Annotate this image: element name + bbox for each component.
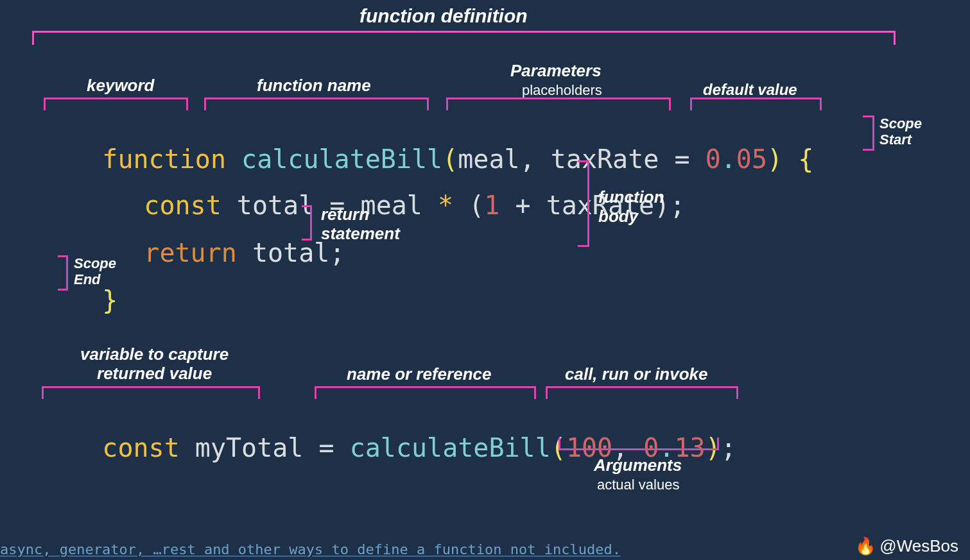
tok-rbrace: } <box>102 285 117 315</box>
bracket-parameters <box>446 98 671 110</box>
label-return-statement: return statement <box>321 205 400 244</box>
credit: 🔥 @WesBos <box>855 536 958 556</box>
tok-dot: . <box>721 144 736 174</box>
label-call-run-invoke: call, run or invoke <box>565 364 708 384</box>
label-function-body: function body <box>598 188 664 226</box>
tok-semi-2: ; <box>721 433 736 462</box>
bracket-variable-capture <box>42 386 260 399</box>
label-variable-capture: variable to capture returned value <box>80 345 229 384</box>
tok-mytotal: myTotal <box>195 433 304 462</box>
label-function-definition: function definition <box>359 5 528 27</box>
footer-note: async, generator, …rest and other ways t… <box>0 541 621 557</box>
bracket-default-value <box>690 98 822 110</box>
bracket-scope-start <box>863 115 874 151</box>
tok-lbrace: { <box>798 144 813 174</box>
tok-const-keyword-2: const <box>102 433 179 462</box>
label-default-value: default value <box>703 81 797 99</box>
tok-total-return: total <box>252 238 329 267</box>
tok-rparen: ) <box>767 144 783 174</box>
bracket-function-name <box>204 98 429 110</box>
credit-handle: @WesBos <box>879 536 958 556</box>
label-keyword: keyword <box>87 76 155 96</box>
label-arguments: Arguments <box>594 455 682 475</box>
bracket-arguments <box>559 437 719 450</box>
bracket-keyword <box>44 98 188 110</box>
bracket-function-definition <box>32 31 896 45</box>
slide: function definition keyword function nam… <box>0 0 970 560</box>
tok-num-05: 05 <box>736 144 767 174</box>
label-parameters: Parameters <box>510 61 602 81</box>
label-scope-start: Scope Start <box>879 115 922 148</box>
bracket-function-body <box>578 160 589 247</box>
tok-lparen: ( <box>469 191 484 220</box>
tok-num-0: 0 <box>706 144 721 174</box>
bracket-call-run-invoke <box>546 386 738 399</box>
fire-icon: 🔥 <box>855 536 876 556</box>
tok-plus: + <box>515 191 530 220</box>
bracket-return-statement <box>302 205 312 241</box>
label-parameters-sub: placeholders <box>522 82 602 99</box>
tok-semi: ; <box>670 191 685 220</box>
tok-star: * <box>438 191 453 220</box>
tok-return-keyword: return <box>144 238 237 267</box>
bracket-scope-end <box>58 255 68 291</box>
tok-one: 1 <box>484 191 499 220</box>
label-name-or-reference: name or reference <box>347 364 491 384</box>
tok-eq-2: = <box>319 433 334 462</box>
label-scope-end: Scope End <box>74 255 116 288</box>
label-arguments-sub: actual values <box>597 477 679 493</box>
tok-call-name: calculateBill <box>350 433 551 462</box>
label-function-name: function name <box>257 76 371 96</box>
bracket-name-or-reference <box>315 386 536 399</box>
